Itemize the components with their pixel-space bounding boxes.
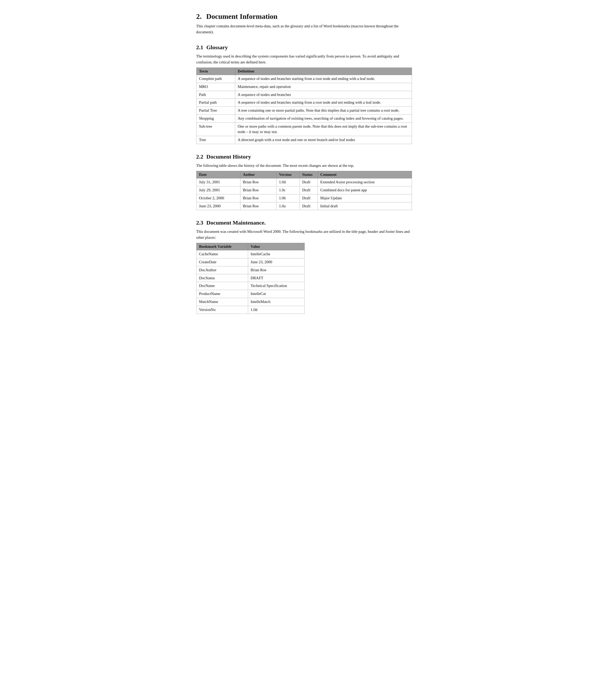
history-version: 1.0b bbox=[276, 194, 300, 202]
glossary-intro: The terminology used in describing the s… bbox=[196, 53, 412, 65]
history-heading: Document History bbox=[206, 153, 251, 160]
glossary-term: Shopping bbox=[196, 115, 235, 122]
maintenance-row: VersionNo1.0d bbox=[196, 306, 304, 314]
maintenance-row: MatchNameIntelleMatch bbox=[196, 298, 304, 306]
bookmark-value: IntelleMatch bbox=[248, 298, 304, 306]
bookmark-variable: DocAuthor bbox=[196, 266, 248, 274]
history-comment: Combined docs for patent app bbox=[318, 187, 412, 194]
history-version: 1.0a bbox=[276, 202, 300, 210]
glossary-term: Partial path bbox=[196, 99, 235, 107]
history-status: Draft bbox=[300, 178, 318, 187]
bookmark-variable: CacheName bbox=[196, 250, 248, 258]
maintenance-col-var: Bookmark Variable bbox=[196, 243, 248, 250]
glossary-definition: A sequence of nodes and branches startin… bbox=[235, 99, 412, 107]
glossary-row: ShoppingAny combination of navigation of… bbox=[196, 115, 412, 122]
history-comment: Major Update bbox=[318, 194, 412, 202]
history-col-comment: Comment bbox=[318, 171, 412, 178]
glossary-definition: One or more paths with a common parent n… bbox=[235, 122, 412, 136]
history-date: June 23, 2000 bbox=[196, 202, 240, 210]
section-title: 2.Document Information bbox=[196, 12, 412, 21]
section-heading: Document Information bbox=[206, 12, 278, 20]
history-row: July 31, 2001Brian Roe1.0dDraftExtended … bbox=[196, 178, 412, 187]
bookmark-variable: CreateDate bbox=[196, 258, 248, 266]
history-col-status: Status bbox=[300, 171, 318, 178]
maintenance-table: Bookmark Variable Value CacheNameIntelle… bbox=[196, 243, 305, 314]
bookmark-variable: DocName bbox=[196, 282, 248, 290]
bookmark-variable: VersionNo bbox=[196, 306, 248, 314]
section-number: 2. bbox=[196, 12, 202, 20]
bookmark-value: DRAFT bbox=[248, 274, 304, 282]
glossary-definition: A sequence of nodes and branches bbox=[235, 91, 412, 99]
glossary-number: 2.1 bbox=[196, 44, 204, 51]
glossary-col-term: Term bbox=[196, 68, 235, 75]
history-number: 2.2 bbox=[196, 153, 204, 160]
glossary-row: Sub-treeOne or more paths with a common … bbox=[196, 122, 412, 136]
history-comment: Extended Assist processing section bbox=[318, 178, 412, 187]
maintenance-row: DocStatusDRAFT bbox=[196, 274, 304, 282]
history-author: Brian Roe bbox=[240, 202, 276, 210]
history-author: Brian Roe bbox=[240, 187, 276, 194]
history-author: Brian Roe bbox=[240, 178, 276, 187]
glossary-definition: Any combination of navigation of existin… bbox=[235, 115, 412, 122]
glossary-term: MRO bbox=[196, 83, 235, 91]
maintenance-intro: This document was created with Microsoft… bbox=[196, 229, 412, 240]
glossary-row: TreeA directed graph with a root node an… bbox=[196, 136, 412, 144]
maintenance-row: DocNameTechnical Specification bbox=[196, 282, 304, 290]
history-date: October 2, 2000 bbox=[196, 194, 240, 202]
history-intro: The following table shows the history of… bbox=[196, 163, 412, 169]
history-row: June 23, 2000Brian Roe1.0aDraftInitial d… bbox=[196, 202, 412, 210]
glossary-row: PathA sequence of nodes and branches bbox=[196, 91, 412, 99]
glossary-title: 2.1Glossary bbox=[196, 44, 412, 51]
history-col-date: Date bbox=[196, 171, 240, 178]
glossary-table: Term Definition Complete pathA sequence … bbox=[196, 67, 412, 144]
maintenance-row: CreateDateJune 23, 2000 bbox=[196, 258, 304, 266]
bookmark-value: 1.0d bbox=[248, 306, 304, 314]
history-date: July 29, 2001 bbox=[196, 187, 240, 194]
bookmark-variable: MatchName bbox=[196, 298, 248, 306]
history-comment: Initial draft bbox=[318, 202, 412, 210]
history-version: 1.0d bbox=[276, 178, 300, 187]
bookmark-value: IntelleCache bbox=[248, 250, 304, 258]
glossary-definition: A sequence of nodes and branches startin… bbox=[235, 75, 412, 83]
glossary-row: Partial pathA sequence of nodes and bran… bbox=[196, 99, 412, 107]
glossary-definition: A tree containing one or more partial pa… bbox=[235, 107, 412, 115]
glossary-term: Path bbox=[196, 91, 235, 99]
glossary-row: Complete pathA sequence of nodes and bra… bbox=[196, 75, 412, 83]
history-table: Date Author Version Status Comment July … bbox=[196, 171, 412, 210]
maintenance-row: CacheNameIntelleCache bbox=[196, 250, 304, 258]
glossary-term: Partial Tree bbox=[196, 107, 235, 115]
maintenance-col-val: Value bbox=[248, 243, 304, 250]
bookmark-value: June 23, 2000 bbox=[248, 258, 304, 266]
glossary-row: Partial TreeA tree containing one or mor… bbox=[196, 107, 412, 115]
history-version: 1.0c bbox=[276, 187, 300, 194]
glossary-definition: A directed graph with a root node and on… bbox=[235, 136, 412, 144]
history-col-version: Version bbox=[276, 171, 300, 178]
history-title: 2.2Document History bbox=[196, 153, 412, 160]
history-status: Draft bbox=[300, 187, 318, 194]
bookmark-value: Brian Roe bbox=[248, 266, 304, 274]
history-status: Draft bbox=[300, 202, 318, 210]
section-intro: This chapter contains document-level met… bbox=[196, 23, 412, 35]
history-row: July 29, 2001Brian Roe1.0cDraftCombined … bbox=[196, 187, 412, 194]
glossary-term: Tree bbox=[196, 136, 235, 144]
history-col-author: Author bbox=[240, 171, 276, 178]
history-row: October 2, 2000Brian Roe1.0bDraftMajor U… bbox=[196, 194, 412, 202]
history-author: Brian Roe bbox=[240, 194, 276, 202]
glossary-row: MROMaintenance, repair and operation bbox=[196, 83, 412, 91]
bookmark-value: IntelleCat bbox=[248, 290, 304, 298]
glossary-term: Sub-tree bbox=[196, 122, 235, 136]
glossary-term: Complete path bbox=[196, 75, 235, 83]
maintenance-number: 2.3 bbox=[196, 219, 204, 226]
glossary-heading: Glossary bbox=[206, 44, 228, 51]
maintenance-row: DocAuthorBrian Roe bbox=[196, 266, 304, 274]
glossary-col-definition: Definition bbox=[235, 68, 412, 75]
maintenance-title: 2.3Document Maintenance. bbox=[196, 219, 412, 226]
history-date: July 31, 2001 bbox=[196, 178, 240, 187]
bookmark-value: Technical Specification bbox=[248, 282, 304, 290]
bookmark-variable: ProductName bbox=[196, 290, 248, 298]
history-status: Draft bbox=[300, 194, 318, 202]
maintenance-heading: Document Maintenance. bbox=[206, 219, 266, 226]
glossary-definition: Maintenance, repair and operation bbox=[235, 83, 412, 91]
maintenance-row: ProductNameIntelleCat bbox=[196, 290, 304, 298]
bookmark-variable: DocStatus bbox=[196, 274, 248, 282]
